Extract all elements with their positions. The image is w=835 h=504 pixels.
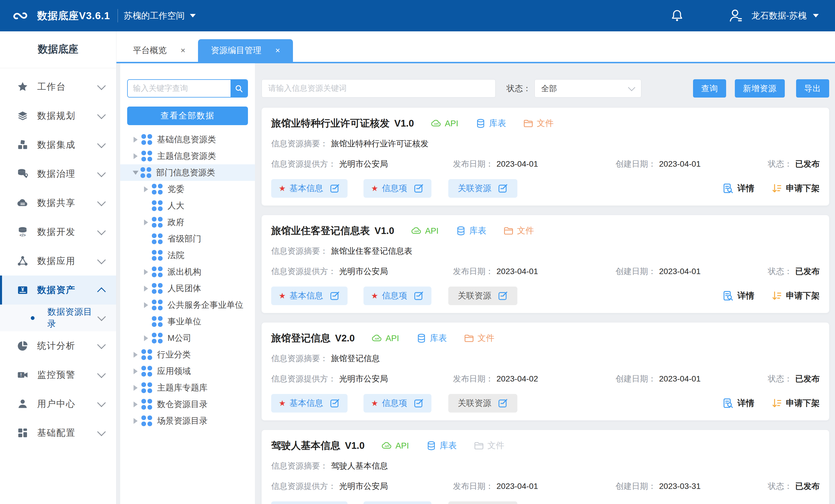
related-resources-button[interactable]: 关联资源 — [448, 501, 517, 504]
table-tag: 库表 — [455, 225, 486, 237]
info-items-button[interactable]: ★ 信息项 — [364, 501, 431, 504]
tree-node-15[interactable]: 主题库专题库 — [120, 380, 255, 396]
tree-node-16[interactable]: 数仓资源目录 — [120, 396, 255, 412]
tree-node-13[interactable]: 行业分类 — [120, 346, 255, 363]
tree-node-3[interactable]: 党委 — [120, 181, 255, 197]
unpublish-link[interactable]: 申请下架 — [771, 398, 820, 409]
tree-caret-right-icon[interactable] — [134, 137, 138, 143]
tree-node-10[interactable]: 公共服务企事业单位 — [120, 297, 255, 313]
add-resource-button[interactable]: 新增资源 — [735, 79, 785, 98]
tree-node-1[interactable]: 主题信息资源类 — [120, 148, 255, 164]
tree-node-label: 数仓资源目录 — [157, 399, 208, 410]
tree-node-label: 基础信息资源类 — [157, 134, 216, 145]
info-items-button[interactable]: ★ 信息项 — [364, 394, 431, 412]
unpublish-link[interactable]: 申请下架 — [771, 183, 820, 194]
tab-1[interactable]: 资源编目管理× — [198, 39, 293, 62]
api-cloud-icon: API — [431, 118, 442, 129]
api-tag: API API — [431, 118, 459, 129]
status-select[interactable]: 全部 — [534, 79, 641, 98]
sidebar-subitem-label: 数据资源目录 — [47, 306, 99, 330]
resource-keyword-input[interactable] — [262, 79, 495, 98]
tree-caret-right-icon[interactable] — [144, 186, 148, 192]
sidebar-item-6[interactable]: 数据应用 — [0, 246, 116, 276]
basic-info-button[interactable]: ★ 基本信息 — [271, 286, 348, 305]
edit-icon — [413, 183, 424, 194]
cubes-icon — [17, 139, 28, 151]
tree-caret-right-icon[interactable] — [134, 385, 138, 391]
related-resources-button[interactable]: 关联资源 — [448, 394, 517, 412]
tree-caret-down-icon[interactable] — [133, 171, 139, 175]
status-label: 状态： — [768, 159, 792, 169]
basic-info-button[interactable]: ★ 基本信息 — [271, 501, 348, 504]
user-menu-chevron-icon[interactable] — [813, 14, 819, 17]
data-develop-icon: </> — [17, 226, 28, 238]
chevron-down-icon — [628, 84, 635, 91]
tree-caret-right-icon[interactable] — [144, 269, 148, 275]
category-dots-icon — [141, 382, 152, 393]
sidebar-item-1[interactable]: 数据规划 — [0, 101, 116, 130]
related-resources-button[interactable]: 关联资源 — [448, 179, 517, 198]
tree-node-6[interactable]: 省级部门 — [120, 230, 255, 247]
tree-node-4[interactable]: 人大 — [120, 197, 255, 214]
tree-node-14[interactable]: 应用领域 — [120, 363, 255, 380]
related-resources-button[interactable]: 关联资源 — [448, 286, 517, 305]
tree-node-8[interactable]: 派出机构 — [120, 264, 255, 280]
sidebar-item-2[interactable]: 数据集成 — [0, 130, 116, 159]
create-date-value: 2023-04-01 — [659, 267, 700, 276]
sidebar-item-12[interactable]: 基础配置 — [0, 418, 116, 447]
detail-link[interactable]: 详情 — [722, 290, 754, 302]
edit-icon — [413, 290, 424, 301]
notification-bell-icon[interactable] — [670, 9, 684, 23]
tree-caret-right-icon[interactable] — [134, 368, 138, 374]
tree-search-button[interactable] — [230, 80, 247, 97]
tree-caret-right-icon[interactable] — [144, 220, 148, 225]
workspace-selector[interactable]: 苏槐的工作空间 — [124, 10, 196, 22]
sidebar-item-0[interactable]: 工作台 — [0, 72, 116, 101]
tree-node-17[interactable]: 场景资源目录 — [120, 412, 255, 429]
info-items-button[interactable]: ★ 信息项 — [364, 179, 431, 198]
tree-caret-right-icon[interactable] — [144, 335, 148, 341]
view-all-data-button[interactable]: 查看全部数据 — [127, 106, 248, 125]
sidebar-item-7[interactable]: ¥数据资产 — [0, 276, 116, 305]
edit-icon — [329, 398, 340, 408]
query-button[interactable]: 查询 — [693, 79, 726, 98]
tree-caret-right-icon[interactable] — [144, 286, 148, 291]
info-items-button[interactable]: ★ 信息项 — [364, 286, 431, 305]
tree-node-12[interactable]: M公司 — [120, 330, 255, 346]
tree-node-0[interactable]: 基础信息资源类 — [120, 131, 255, 148]
detail-link[interactable]: 详情 — [722, 183, 754, 194]
sidebar-item-9[interactable]: 统计分析 — [0, 331, 116, 360]
tree-caret-right-icon[interactable] — [134, 418, 138, 424]
close-icon[interactable]: × — [275, 46, 280, 55]
sidebar-item-3[interactable]: 数据治理 — [0, 159, 116, 188]
close-icon[interactable]: × — [181, 46, 185, 55]
create-date-value: 2023-03-31 — [659, 482, 700, 491]
sidebar-item-label: 工作台 — [37, 81, 66, 93]
tree-caret-right-icon[interactable] — [134, 153, 138, 159]
export-button[interactable]: 导出 — [796, 79, 829, 98]
basic-info-button[interactable]: ★ 基本信息 — [271, 394, 348, 412]
tree-search-input[interactable] — [128, 80, 230, 97]
tree-node-label: 部门信息资源类 — [156, 167, 215, 179]
unpublish-link[interactable]: 申请下架 — [771, 290, 820, 302]
detail-doc-icon — [722, 290, 734, 301]
sidebar-item-11[interactable]: 用户中心 — [0, 389, 116, 418]
sidebar-item-10[interactable]: !监控预警 — [0, 360, 116, 389]
basic-info-button[interactable]: ★ 基本信息 — [271, 179, 348, 198]
user-name[interactable]: 龙石数据-苏槐 — [751, 10, 807, 22]
tree-node-11[interactable]: 事业单位 — [120, 313, 255, 330]
tree-node-7[interactable]: 法院 — [120, 247, 255, 264]
tree-node-2[interactable]: 部门信息资源类 — [120, 164, 255, 181]
sidebar-subitem-8[interactable]: 数据资源目录 — [0, 305, 116, 331]
tree-caret-right-icon[interactable] — [134, 352, 138, 358]
sidebar-item-5[interactable]: </>数据开发 — [0, 218, 116, 246]
sidebar-item-4[interactable]: 数据共享 — [0, 188, 116, 218]
tree-caret-right-icon[interactable] — [144, 302, 148, 308]
tree-node-5[interactable]: 政府 — [120, 214, 255, 230]
tab-0[interactable]: 平台概览× — [120, 39, 198, 62]
user-avatar-icon[interactable] — [728, 8, 743, 23]
tree-caret-right-icon[interactable] — [134, 402, 138, 407]
detail-link[interactable]: 详情 — [722, 398, 754, 409]
resource-title: 驾驶人基本信息 — [271, 439, 340, 452]
tree-node-9[interactable]: 人民团体 — [120, 280, 255, 297]
